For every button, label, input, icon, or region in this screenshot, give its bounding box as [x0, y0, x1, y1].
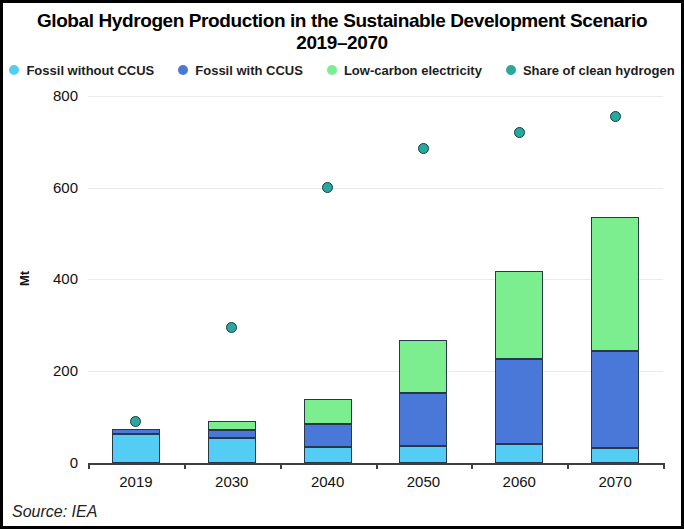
gridline-y-600	[88, 188, 663, 189]
share-dot-2060	[514, 127, 525, 138]
x-axis-tick	[376, 463, 378, 469]
x-axis-tick	[567, 463, 569, 469]
share-dot-2019	[130, 416, 141, 427]
source-credit: Source: IEA	[12, 503, 97, 521]
bar-segment-low-carbon-electricity-2040	[304, 399, 352, 424]
plot-area: 0200400600800Mt201920302040205020602070	[3, 3, 681, 526]
bar-segment-fossil-with-ccus-2040	[304, 424, 352, 447]
bar-segment-low-carbon-electricity-2070	[591, 217, 639, 351]
share-dot-2030	[226, 322, 237, 333]
y-tick-label: 200	[34, 363, 78, 379]
bar-segment-fossil-without-ccus-2019	[112, 434, 160, 463]
y-tick-label: 800	[34, 88, 78, 104]
bar-segment-low-carbon-electricity-2050	[399, 340, 447, 393]
share-dot-2040	[322, 182, 333, 193]
y-tick-label: 600	[34, 180, 78, 196]
x-axis-tick	[663, 463, 665, 469]
chart-card: Global Hydrogen Production in the Sustai…	[0, 0, 684, 529]
gridline-y-800	[88, 96, 663, 97]
bar-segment-low-carbon-electricity-2030	[208, 421, 256, 430]
bar-segment-fossil-with-ccus-2050	[399, 393, 447, 446]
bar-segment-fossil-with-ccus-2060	[495, 359, 543, 444]
x-tick-label-2050: 2050	[383, 473, 463, 490]
y-axis-title: Mt	[17, 271, 32, 286]
gridline-y-400	[88, 279, 663, 280]
x-tick-label-2019: 2019	[96, 473, 176, 490]
bar-segment-low-carbon-electricity-2060	[495, 271, 543, 359]
x-tick-label-2040: 2040	[288, 473, 368, 490]
bar-segment-fossil-with-ccus-2030	[208, 430, 256, 438]
bar-segment-fossil-without-ccus-2030	[208, 438, 256, 463]
x-axis-tick	[471, 463, 473, 469]
x-tick-label-2030: 2030	[192, 473, 272, 490]
bar-segment-fossil-with-ccus-2019	[112, 429, 160, 434]
share-dot-2070	[610, 111, 621, 122]
share-dot-2050	[418, 143, 429, 154]
bar-segment-fossil-without-ccus-2060	[495, 444, 543, 463]
x-axis-tick	[280, 463, 282, 469]
bar-segment-fossil-without-ccus-2040	[304, 447, 352, 463]
x-tick-label-2070: 2070	[575, 473, 655, 490]
gridline-y-200	[88, 371, 663, 372]
bar-segment-fossil-without-ccus-2050	[399, 446, 447, 463]
bar-segment-fossil-without-ccus-2070	[591, 448, 639, 463]
y-tick-label: 400	[34, 271, 78, 287]
x-axis-tick	[88, 463, 90, 469]
bar-segment-fossil-with-ccus-2070	[591, 351, 639, 447]
x-tick-label-2060: 2060	[479, 473, 559, 490]
x-axis-tick	[184, 463, 186, 469]
y-tick-label: 0	[34, 455, 78, 471]
